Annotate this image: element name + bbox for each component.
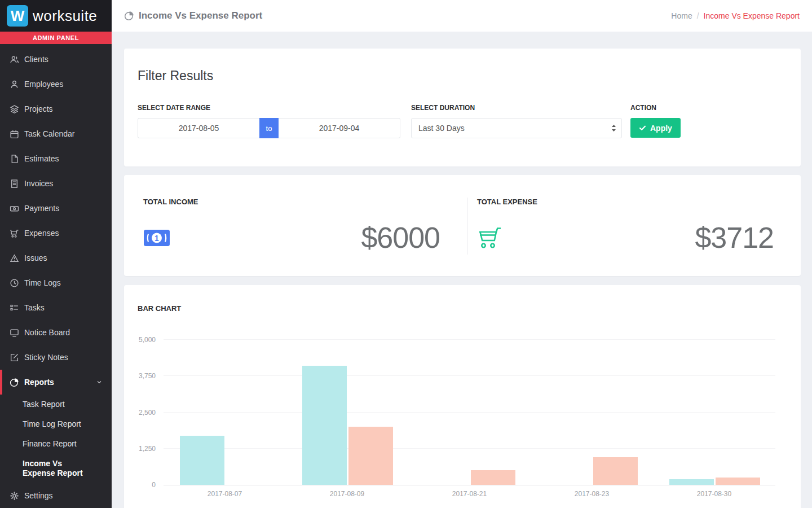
x-axis-tick-label: 2017-08-21	[452, 490, 487, 498]
sidebar-item-label: Sticky Notes	[24, 353, 68, 362]
gridline	[164, 375, 775, 376]
reports-submenu: Task Report Time Log Report Finance Repo…	[0, 395, 112, 483]
duration-label: SELECT DURATION	[411, 104, 622, 112]
logo-w-icon: W	[7, 5, 28, 27]
sidebar-item-reports[interactable]: Reports	[0, 370, 112, 395]
sidebar-item-label: Tasks	[24, 303, 45, 312]
filter-results-card: Filter Results SELECT DATE RANGE to SELE…	[124, 49, 801, 167]
pie-chart-icon	[124, 11, 134, 21]
page-title: Income Vs Expense Report	[124, 10, 262, 21]
total-income-label: TOTAL INCOME	[143, 198, 440, 206]
sidebar-item-finance-report[interactable]: Finance Report	[0, 434, 112, 454]
sidebar-item-label: Settings	[24, 491, 53, 500]
y-axis-tick-label: 5,000	[139, 336, 156, 344]
sidebar-item-label: Expenses	[24, 229, 59, 238]
bar-expense	[716, 478, 760, 485]
sidebar-item-label: Notice Board	[24, 328, 70, 337]
total-income-panel: TOTAL INCOME 1 $6000	[124, 198, 467, 255]
gridline	[164, 339, 775, 340]
sidebar: W worksuite ADMIN PANEL Clients Employee…	[0, 0, 112, 508]
bar-income	[180, 436, 224, 485]
bar-chart-card: BAR CHART 01,2502,5003,7505,0002017-08-0…	[124, 285, 801, 508]
sidebar-item-notice-board[interactable]: Notice Board	[0, 320, 112, 345]
bar-expense	[593, 457, 638, 485]
sidebar-item-label: Projects	[24, 104, 53, 113]
cash-icon	[10, 204, 19, 213]
page-content: Filter Results SELECT DATE RANGE to SELE…	[112, 32, 812, 508]
y-axis-tick-label: 1,250	[139, 445, 156, 453]
gear-icon	[10, 491, 19, 501]
gridline	[164, 448, 775, 449]
bar-chart-plot: 01,2502,5003,7505,0002017-08-072017-08-0…	[164, 340, 775, 485]
sidebar-item-projects[interactable]: Projects	[0, 97, 112, 121]
sidebar-item-income-vs-expense-report[interactable]: Income Vs Expense Report	[0, 454, 99, 483]
calendar-icon	[10, 129, 19, 139]
chevron-down-icon	[96, 379, 103, 386]
x-axis-tick-label: 2017-08-07	[208, 490, 242, 498]
sidebar-item-estimates[interactable]: Estimates	[0, 146, 112, 171]
bar-expense	[471, 470, 515, 485]
page-title-text: Income Vs Expense Report	[139, 10, 262, 21]
users-icon	[10, 55, 19, 64]
sidebar-item-employees[interactable]: Employees	[0, 72, 112, 97]
cart-icon	[10, 229, 19, 238]
app-logo[interactable]: W worksuite	[0, 0, 112, 32]
sidebar-item-label: Payments	[24, 204, 59, 213]
gridline	[164, 412, 775, 413]
breadcrumb-home-link[interactable]: Home	[671, 11, 692, 20]
date-from-input[interactable]	[138, 118, 259, 138]
bar-income	[669, 479, 714, 485]
note-icon	[10, 353, 19, 362]
breadcrumb: Home / Income Vs Expense Report	[671, 11, 800, 20]
clock-icon	[10, 278, 19, 288]
sidebar-item-task-calendar[interactable]: Task Calendar	[0, 121, 112, 146]
sidebar-item-label: Estimates	[24, 154, 59, 163]
bar-chart-section-label: BAR CHART	[138, 304, 787, 313]
sidebar-item-settings[interactable]: Settings	[0, 483, 112, 508]
sidebar-item-clients[interactable]: Clients	[0, 47, 112, 72]
sidebar-item-label: Time Logs	[24, 278, 61, 287]
total-expense-label: TOTAL EXPENSE	[477, 198, 774, 206]
admin-panel-banner: ADMIN PANEL	[0, 32, 112, 44]
total-expense-panel: TOTAL EXPENSE $3712	[467, 198, 801, 255]
pie-chart-icon	[10, 378, 19, 387]
total-expense-value: $3712	[695, 221, 774, 255]
sidebar-item-time-logs[interactable]: Time Logs	[0, 270, 112, 295]
y-axis-tick-label: 0	[152, 481, 156, 489]
sidebar-item-expenses[interactable]: Expenses	[0, 221, 112, 246]
x-axis-tick-label: 2017-08-09	[330, 490, 364, 498]
date-range-label: SELECT DATE RANGE	[138, 104, 400, 112]
sidebar-item-sticky-notes[interactable]: Sticky Notes	[0, 345, 112, 370]
bar-expense	[348, 427, 393, 485]
sidebar-item-invoices[interactable]: Invoices	[0, 171, 112, 196]
sidebar-item-time-log-report[interactable]: Time Log Report	[0, 414, 112, 434]
brand-name: worksuite	[33, 7, 97, 25]
sidebar-item-tasks[interactable]: Tasks	[0, 295, 112, 320]
breadcrumb-separator: /	[697, 11, 699, 20]
sidebar-item-task-report[interactable]: Task Report	[0, 395, 112, 414]
duration-select[interactable]: Last 30 Days	[411, 118, 622, 138]
cash-icon: 1	[143, 229, 170, 247]
apply-button[interactable]: Apply	[630, 118, 681, 138]
sidebar-item-label: Employees	[24, 80, 63, 89]
sidebar-item-label: Reports	[24, 378, 54, 387]
x-axis-tick-label: 2017-08-23	[575, 490, 609, 498]
totals-card: TOTAL INCOME 1 $6000 TOTAL E	[124, 175, 801, 276]
sidebar-item-issues[interactable]: Issues	[0, 246, 112, 270]
sidebar-nav: Clients Employees Projects Task Calendar…	[0, 44, 112, 508]
user-icon	[10, 80, 19, 89]
file-icon	[10, 154, 19, 164]
sidebar-item-label: Clients	[24, 55, 48, 64]
board-icon	[10, 328, 19, 338]
list-icon	[10, 303, 19, 313]
sidebar-item-payments[interactable]: Payments	[0, 196, 112, 221]
top-header: Income Vs Expense Report Home / Income V…	[112, 0, 812, 32]
date-range-group: to	[138, 118, 400, 138]
x-axis-tick-label: 2017-08-30	[697, 490, 731, 498]
sidebar-item-label: Invoices	[24, 179, 53, 188]
total-income-value: $6000	[361, 221, 440, 255]
warning-icon	[10, 253, 19, 263]
date-to-input[interactable]	[279, 118, 400, 138]
cart-icon	[477, 226, 502, 249]
svg-text:1: 1	[155, 233, 159, 242]
